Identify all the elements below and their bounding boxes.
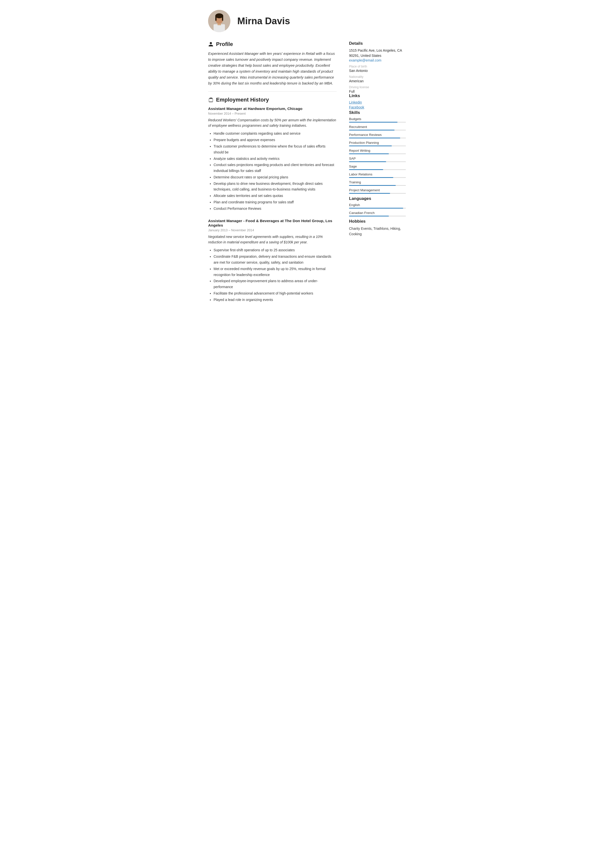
job-2-dates: January 2013 – November 2014 (208, 228, 337, 232)
nationality-value: American (349, 79, 406, 83)
skill-bar-bg (349, 161, 406, 162)
driving-license-label: Driving license (349, 85, 406, 89)
skill-item: Training (349, 180, 406, 186)
skills-list: Budgets Recruitment Performance Reviews … (349, 117, 406, 194)
skill-item: Production Planning (349, 141, 406, 146)
profile-heading: Profile (208, 41, 337, 47)
skill-bar-fill (349, 169, 383, 170)
profile-text: Experienced Assistant Manager with ten y… (208, 51, 337, 87)
skill-bar-fill (349, 153, 389, 154)
link-facebook[interactable]: Facebook (349, 105, 406, 109)
list-item: Coordinate F&B preparation, delivery and… (214, 254, 337, 266)
details-heading: Details (349, 41, 406, 46)
skill-name: Sage (349, 164, 406, 168)
skill-name: Recruitment (349, 125, 406, 129)
skill-item: Sage (349, 164, 406, 170)
skill-name: Labor Relations (349, 172, 406, 176)
list-item: Handle customer complaints regarding sal… (214, 131, 337, 136)
job-1: Assistant Manager at Hardware Emporium, … (208, 107, 337, 212)
job-1-summary: Reduced Workers' Compensation costs by 5… (208, 117, 337, 129)
header: Mirna Davis (208, 10, 406, 32)
skill-name: Report Writing (349, 149, 406, 152)
employment-heading: Employment History (208, 97, 337, 103)
skill-name: Project Management (349, 188, 406, 192)
svg-rect-6 (222, 16, 223, 21)
list-item: Conduct Performance Reviews (214, 206, 337, 212)
list-item: Developed employee-improvement plans to … (214, 278, 337, 290)
languages-heading: Languages (349, 196, 406, 201)
skill-item: Recruitment (349, 125, 406, 130)
svg-rect-5 (215, 16, 216, 21)
profile-icon (208, 42, 214, 47)
details-section: Details 1515 Pacific Ave, Los Angeles, C… (349, 41, 406, 93)
list-item: Allocate sales territories and set sales… (214, 193, 337, 199)
right-column: Details 1515 Pacific Ave, Los Angeles, C… (349, 41, 406, 310)
details-email: example@email.com (349, 58, 406, 62)
skill-bar-bg (349, 122, 406, 122)
list-item: Determine discount rates or special pric… (214, 174, 337, 180)
job-2-bullets: Supervise first-shift operations of up t… (208, 247, 337, 303)
job-2: Assistant Manager - Food & Beverages at … (208, 219, 337, 303)
skill-bar-fill (349, 185, 396, 186)
list-item: Met or exceeded monthly revenue goals by… (214, 266, 337, 278)
languages-list: English Canadian French (349, 203, 406, 217)
skill-item: Budgets (349, 117, 406, 122)
place-of-birth-label: Place of birth (349, 65, 406, 68)
skill-bar-fill (349, 177, 393, 178)
skill-item: SAP (349, 157, 406, 162)
skill-bar-bg (349, 185, 406, 186)
skill-bar-bg (349, 169, 406, 170)
list-item: Facilitate the professional advancement … (214, 291, 337, 296)
skill-name: Production Planning (349, 141, 406, 144)
list-item: Develop plans to drive new business deve… (214, 181, 337, 193)
skills-heading: Skills (349, 110, 406, 115)
profile-section: Profile Experienced Assistant Manager wi… (208, 41, 337, 87)
skill-bar-bg (349, 177, 406, 178)
skill-bar-fill (349, 130, 395, 130)
main-layout: Profile Experienced Assistant Manager wi… (208, 41, 406, 310)
language-name: English (349, 203, 406, 207)
skill-name: Budgets (349, 117, 406, 121)
skill-item: Labor Relations (349, 172, 406, 178)
job-1-dates: November 2014 – Present (208, 112, 337, 115)
list-item: Conduct sales projections regarding prod… (214, 162, 337, 174)
hobbies-text: Charity Events, Triathlons, Hiking, Cook… (349, 226, 406, 237)
links-section: Links Linkedin Facebook (349, 93, 406, 109)
language-bar-bg (349, 216, 406, 217)
list-item: Plan and coordinate training programs fo… (214, 199, 337, 205)
skill-item: Project Management (349, 188, 406, 194)
language-bar-fill (349, 208, 403, 209)
svg-rect-1 (214, 24, 225, 32)
job-2-title: Assistant Manager - Food & Beverages at … (208, 219, 337, 228)
employment-icon (208, 97, 214, 102)
candidate-name: Mirna Davis (237, 16, 290, 26)
job-2-summary: Negotiated new service level agreements … (208, 234, 337, 245)
language-name: Canadian French (349, 211, 406, 215)
place-of-birth-value: San Antonio (349, 69, 406, 73)
languages-section: Languages English Canadian French (349, 196, 406, 217)
link-linkedin[interactable]: Linkedin (349, 100, 406, 104)
skill-name: SAP (349, 157, 406, 160)
hobbies-heading: Hobbies (349, 219, 406, 224)
language-bar-fill (349, 216, 389, 217)
skill-item: Performance Reviews (349, 133, 406, 138)
language-item: English (349, 203, 406, 209)
list-item: Track customer preferences to determine … (214, 144, 337, 155)
skill-item: Report Writing (349, 149, 406, 154)
list-item: Supervise first-shift operations of up t… (214, 247, 337, 253)
list-item: Prepare budgets and approve expenses (214, 137, 337, 143)
employment-section: Employment History Assistant Manager at … (208, 97, 337, 303)
hobbies-section: Hobbies Charity Events, Triathlons, Hiki… (349, 219, 406, 237)
job-1-bullets: Handle customer complaints regarding sal… (208, 131, 337, 211)
driving-license-value: Full (349, 90, 406, 93)
links-heading: Links (349, 93, 406, 98)
nationality-label: Nationality (349, 75, 406, 79)
language-bar-bg (349, 208, 406, 209)
skill-name: Performance Reviews (349, 133, 406, 136)
skill-name: Training (349, 180, 406, 184)
skill-bar-bg (349, 130, 406, 130)
list-item: Analyze sales statistics and activity me… (214, 156, 337, 162)
job-1-title: Assistant Manager at Hardware Emporium, … (208, 107, 337, 111)
list-item: Played a lead role in organizing events (214, 297, 337, 303)
skills-section: Skills Budgets Recruitment Performance R… (349, 110, 406, 194)
